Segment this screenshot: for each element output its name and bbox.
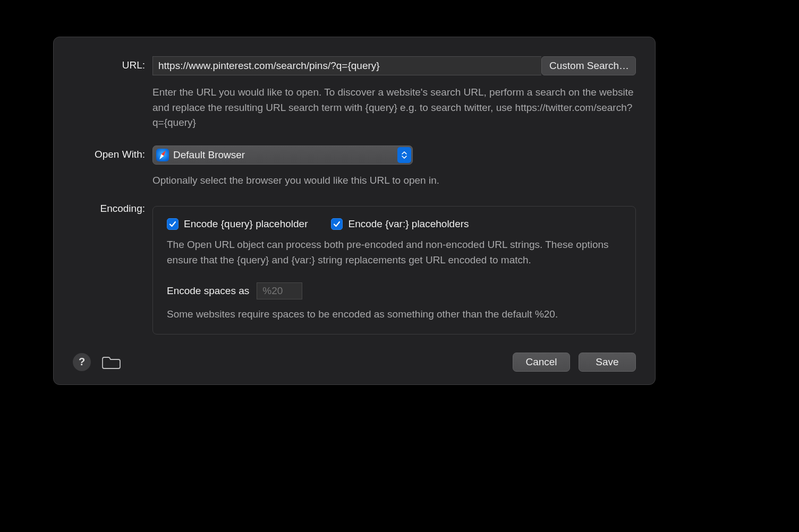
- checkmark-icon: [167, 218, 178, 230]
- encode-spaces-label: Encode spaces as: [167, 285, 249, 297]
- encode-spaces-input[interactable]: [257, 282, 302, 299]
- row-open-with: Open With: Default Browser Optionally se…: [73, 145, 636, 188]
- url-label: URL:: [73, 56, 152, 71]
- cancel-button[interactable]: Cancel: [513, 353, 570, 372]
- help-button[interactable]: ?: [73, 353, 91, 371]
- save-button[interactable]: Save: [579, 353, 636, 372]
- checkmark-icon: [331, 218, 343, 230]
- row-encoding: Encoding: Encode {query} placeholder Enc: [73, 191, 636, 334]
- dialog-footer: ? Cancel Save: [73, 353, 636, 372]
- encode-spaces-help-text: Some websites require spaces to be encod…: [167, 307, 622, 322]
- chevron-up-down-icon: [397, 147, 411, 163]
- encode-query-checkbox[interactable]: Encode {query} placeholder: [167, 218, 308, 230]
- url-help-text: Enter the URL you would like to open. To…: [152, 85, 636, 131]
- open-with-help-text: Optionally select the browser you would …: [152, 173, 636, 188]
- encode-var-label: Encode {var:} placeholders: [348, 218, 469, 230]
- reveal-in-finder-button[interactable]: [100, 354, 122, 370]
- encode-query-label: Encode {query} placeholder: [184, 218, 308, 230]
- open-with-popup[interactable]: Default Browser: [152, 145, 413, 165]
- question-mark-icon: ?: [79, 356, 85, 368]
- safari-icon: [156, 149, 169, 161]
- encode-var-checkbox[interactable]: Encode {var:} placeholders: [331, 218, 469, 230]
- encoding-group: Encode {query} placeholder Encode {var:}…: [152, 206, 636, 334]
- folder-icon: [101, 355, 121, 370]
- encode-spaces-row: Encode spaces as: [167, 282, 622, 299]
- open-with-selected: Default Browser: [173, 149, 245, 161]
- settings-dialog: URL: Custom Search… Enter the URL you wo…: [53, 37, 656, 385]
- url-input[interactable]: [152, 56, 541, 75]
- encoding-help-text: The Open URL object can process both pre…: [167, 237, 622, 268]
- row-url: URL: Custom Search… Enter the URL you wo…: [73, 56, 636, 131]
- open-with-label: Open With:: [73, 145, 152, 160]
- custom-search-button[interactable]: Custom Search…: [541, 56, 636, 75]
- encoding-label: Encoding:: [73, 191, 152, 214]
